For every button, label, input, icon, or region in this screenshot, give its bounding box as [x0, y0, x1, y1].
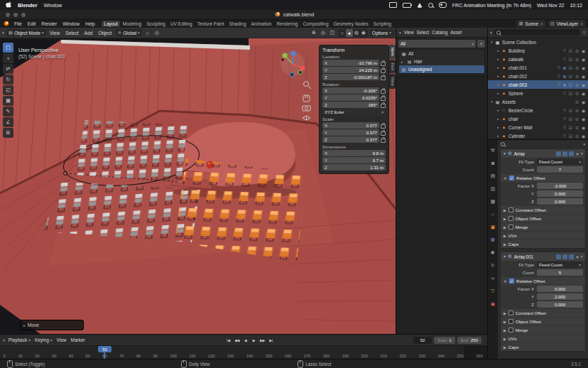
hide-eye-icon[interactable]: ⊙ — [574, 91, 580, 96]
tool-tab-icon[interactable]: ⚒ — [488, 146, 498, 154]
outliner-row[interactable]: ▸ ▲ Cylinder ▽ ☑ ⊙ ◉ — [488, 131, 588, 139]
hide-eye-icon[interactable]: ⊙ — [574, 125, 580, 130]
start-frame-field[interactable]: Start1 — [434, 337, 455, 344]
outliner-row[interactable]: ▾ ▤ Assets ⊙ ◉ — [488, 97, 588, 106]
properties-search-icon[interactable] — [501, 142, 505, 146]
disclosure-caret-icon[interactable]: ▸ — [496, 108, 501, 112]
operator-panel-move[interactable]: ▸ Move — [20, 320, 84, 330]
filter-icon[interactable]: ▽ — [582, 30, 586, 35]
xray-icon[interactable]: ◫ — [329, 30, 336, 36]
dimension-field[interactable]: Y6.7 m — [322, 157, 386, 163]
axis-z-handle[interactable] — [291, 51, 296, 56]
play-reverse-icon[interactable] — [241, 337, 249, 344]
panel-caret-icon[interactable]: ▶ — [503, 234, 506, 238]
orientation-dropdown[interactable]: ⊕ Global ▾ — [116, 29, 142, 36]
axis-y-handle[interactable] — [283, 53, 288, 58]
modifier-name[interactable]: Array — [513, 151, 555, 156]
render-visibility-camera-icon[interactable]: ◉ — [580, 117, 587, 121]
object-tab-icon[interactable]: ▣ — [488, 223, 498, 231]
location-field[interactable]: Z-0.001187 m — [322, 74, 379, 80]
move-tool-icon[interactable]: ⇄ — [3, 64, 13, 74]
transform-panel-title[interactable]: Transform — [322, 48, 386, 53]
end-frame-field[interactable]: End250 — [457, 337, 481, 344]
delete-modifier-icon[interactable]: × — [579, 254, 583, 259]
data-tab-icon[interactable]: ▽ — [488, 287, 498, 295]
macos-app-name[interactable]: Blender — [18, 2, 38, 9]
selectability-checkbox-icon[interactable]: ☑ — [567, 82, 574, 87]
panel-caret-icon[interactable]: ▶ — [503, 345, 506, 350]
viewport-menu-item[interactable]: View — [48, 31, 62, 36]
disclosure-caret-icon[interactable]: ▾ — [489, 99, 494, 104]
editor-type-chevron-icon[interactable]: ▾ — [490, 31, 492, 35]
selectability-checkbox-icon[interactable]: ☑ — [567, 117, 574, 121]
sidebar-tab[interactable]: View — [389, 74, 396, 89]
lock-icon[interactable] — [381, 97, 386, 101]
render-visibility-camera-icon[interactable]: ◉ — [580, 91, 587, 96]
panel-caret-icon[interactable]: ▶ — [503, 208, 506, 212]
unchecked-checkbox-icon[interactable] — [508, 328, 513, 332]
physics-tab-icon[interactable]: ↻ — [488, 261, 498, 269]
workspace-tab[interactable]: Rendering — [274, 21, 300, 27]
hide-eye-icon[interactable]: ⊙ — [574, 117, 580, 121]
collapsed-subpanel-header[interactable]: ▶ Constant Offset — [501, 309, 585, 317]
asset-library-dropdown[interactable]: All▾ — [398, 40, 476, 48]
outliner-item-label[interactable]: chair — [507, 117, 562, 121]
disclosure-caret-icon[interactable]: ▸ — [496, 65, 501, 70]
play-icon[interactable] — [250, 337, 258, 344]
factor-value-field[interactable]: 0.000 — [537, 286, 583, 292]
topbar-menu-item[interactable]: Help — [82, 21, 98, 26]
factor-value-field[interactable]: 0.000 — [537, 301, 583, 308]
traffic-lights[interactable] — [6, 13, 26, 17]
collapse-caret-icon[interactable]: ▼ — [503, 151, 506, 156]
workspace-tab[interactable]: UV Editing — [168, 21, 195, 27]
outliner-row[interactable]: ▸ ▲ chair ▽ ☑ ⊙ ◉ — [488, 114, 588, 123]
render-visibility-camera-icon[interactable]: ◉ — [580, 134, 587, 139]
selectability-checkbox-icon[interactable]: ☑ — [567, 134, 574, 139]
rotation-mode-dropdown[interactable]: XYZ Euler▾ — [322, 109, 386, 115]
catalog-row[interactable]: ▧ Unassigned — [399, 65, 484, 73]
timeline-menu-item[interactable]: View — [56, 337, 67, 342]
box-select-tool-icon[interactable]: ▢ — [3, 43, 13, 53]
scene-selector[interactable]: ▦ Scene × — [516, 20, 545, 27]
render-visibility-camera-icon[interactable]: ◉ — [580, 57, 587, 62]
outliner-item-label[interactable]: Sphere — [507, 91, 562, 96]
transform-tool-icon[interactable]: ▦ — [3, 96, 13, 106]
sidebar-tab[interactable]: Tool — [389, 60, 396, 73]
scene-tab-icon[interactable]: ▦ — [488, 197, 498, 205]
edit-mode-display-toggle[interactable] — [556, 254, 561, 259]
workspace-tab[interactable]: Modeling — [120, 21, 143, 27]
dimension-field[interactable]: X9.8 m — [322, 150, 386, 156]
zoom-window-icon[interactable] — [21, 13, 26, 17]
realtime-display-toggle[interactable] — [562, 151, 567, 156]
viewport-canvas[interactable]: ▢ + ⇄ ↻ ◱ ▦ ✎ ∠ ⊞ — [0, 38, 396, 335]
dimension-field[interactable]: Z1.31 m — [322, 164, 386, 171]
selectability-checkbox-icon[interactable]: ☑ — [567, 91, 574, 96]
outliner-row[interactable]: ▸ ▲ chair.002 ▽ ⚙ ☑ ⊙ ◉ — [488, 72, 588, 80]
disclosure-caret-icon[interactable]: ▸ — [496, 134, 501, 138]
panel-caret-icon[interactable]: ▼ — [503, 176, 507, 180]
rotate-tool-icon[interactable]: ↻ — [3, 75, 13, 85]
panel-caret-icon[interactable]: ▶ — [503, 225, 506, 229]
output-tab-icon[interactable]: ▤ — [488, 172, 498, 180]
overlays-icon[interactable]: ◎ — [320, 30, 327, 36]
cursor-tool-icon[interactable]: + — [3, 53, 13, 63]
unchecked-checkbox-icon[interactable] — [508, 224, 513, 229]
timeline-menu-item[interactable]: Playback▾ — [8, 337, 31, 342]
asset-browser-menu-item[interactable]: Select — [417, 30, 430, 35]
topbar-menu-item[interactable]: File — [11, 21, 25, 26]
panel-caret-icon[interactable]: ▶ — [503, 320, 506, 324]
outliner-item-label[interactable]: Cylinder — [507, 134, 562, 139]
panel-caret-icon[interactable]: ▶ — [503, 217, 506, 221]
scale-field[interactable]: X0.377 — [322, 122, 379, 129]
hide-eye-icon[interactable]: ⊙ — [574, 134, 580, 139]
display-icon[interactable] — [389, 2, 397, 8]
wifi-icon[interactable] — [417, 3, 423, 8]
control-center-icon[interactable] — [439, 2, 447, 8]
rotation-field[interactable]: X-0.206° — [322, 87, 379, 94]
workspace-tab[interactable]: Animation — [249, 21, 274, 27]
timeline-menu-item[interactable]: Keying▾ — [34, 337, 53, 342]
collapsed-subpanel-header[interactable]: ▶ Object Offset — [501, 215, 585, 222]
hide-eye-icon[interactable]: ⊙ — [574, 108, 580, 113]
location-field[interactable]: Y24.225 m — [322, 67, 379, 73]
annotate-tool-icon[interactable]: ✎ — [3, 107, 13, 117]
